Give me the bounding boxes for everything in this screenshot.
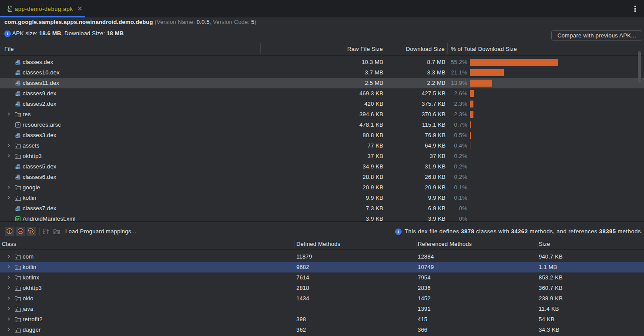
file-name: google [23, 182, 40, 193]
active-tab-indicator [0, 16, 85, 17]
raw-file-size: 469.3 KB [262, 88, 383, 99]
folder-icon [14, 306, 21, 312]
chevron-right-icon[interactable] [6, 141, 11, 151]
class-size: 853.2 KB [539, 272, 563, 283]
column-divider[interactable] [416, 239, 416, 249]
svg-text:?: ? [17, 123, 19, 127]
file-row[interactable]: okhttp337 KB37 KB0.2% [0, 151, 644, 161]
file-row[interactable]: 01classes10.dex3.7 MB3.3 MB21.1% [0, 67, 644, 78]
column-header-download-size[interactable]: Download Size [386, 42, 445, 55]
show-referenced-toggle-button[interactable]: mf [27, 227, 36, 236]
class-row[interactable]: kotlin9682107491.1 MB [0, 262, 644, 272]
column-divider[interactable] [537, 239, 537, 249]
chevron-right-icon[interactable] [6, 262, 11, 272]
chevron-right-icon[interactable] [6, 193, 11, 203]
file-name: classes7.dex [23, 203, 57, 214]
file-row[interactable]: 01classes9.dex469.3 KB427.5 KB2.6% [0, 88, 644, 99]
column-header-size[interactable]: Size [539, 239, 550, 249]
more-vertical-icon[interactable] [632, 4, 638, 13]
file-row[interactable]: MAndroidManifest.xml3.9 KB3.9 KB0% [0, 214, 644, 221]
chevron-right-icon[interactable] [6, 272, 11, 283]
class-name: java [23, 304, 34, 314]
file-row[interactable]: 01classes5.dex34.9 KB31.9 KB0.2% [0, 161, 644, 172]
show-methods-toggle-button[interactable]: m [16, 227, 25, 236]
folder-icon [14, 295, 21, 302]
version-code: 5 [251, 19, 254, 25]
file-row[interactable]: 01classes3.dex80.8 KB76.9 KB0.5% [0, 130, 644, 141]
download-pct-bar [470, 132, 471, 139]
version-mid: , Version Code: [210, 19, 252, 25]
column-header-referenced-methods[interactable]: Referenced Methods [418, 239, 472, 249]
chevron-right-icon[interactable] [6, 283, 11, 293]
chevron-right-icon[interactable] [6, 304, 11, 314]
class-table-header: Class Defined Methods Referenced Methods… [0, 239, 644, 250]
file-row[interactable]: assets77 KB64.9 KB0.4% [0, 141, 644, 151]
column-header-raw-file-size[interactable]: Raw File Size [262, 42, 383, 55]
download-size: 2.2 MB [386, 78, 446, 88]
file-name: classes3.dex [23, 130, 57, 141]
vertical-scrollbar-thumb[interactable] [638, 51, 641, 83]
column-header-defined-methods[interactable]: Defined Methods [296, 239, 340, 249]
dex-file-icon: 01 [14, 132, 21, 139]
download-size: 26.8 KB [386, 172, 446, 182]
column-divider[interactable] [447, 43, 448, 54]
download-pct-bar [470, 101, 473, 108]
dex-summary-text: This dex file defines 3878 classes with … [405, 227, 643, 236]
file-table-header: File Raw File Size Download Size % of To… [0, 42, 644, 56]
pct-of-total: 0.2% [448, 161, 467, 172]
referenced-methods: 1452 [418, 293, 431, 304]
show-fields-toggle-button[interactable]: f [5, 227, 14, 236]
chevron-right-icon[interactable] [6, 151, 11, 161]
res-folder-icon [14, 111, 21, 118]
file-row[interactable]: kotlin9.9 KB9.9 KB0.1% [0, 193, 644, 203]
class-row[interactable]: com1187912884940.7 KB [0, 252, 644, 262]
column-header-pct-of-total[interactable]: % of Total Download Size [451, 42, 517, 55]
pct-of-total: 0% [448, 214, 467, 221]
download-pct-bar [470, 69, 504, 76]
proguard-map-icon[interactable]: a.b [53, 228, 60, 235]
download-size: 427.5 KB [386, 88, 446, 99]
file-row[interactable]: 01classes.dex10.3 MB8.7 MB55.2% [0, 57, 644, 67]
svg-text:m: m [19, 229, 22, 233]
referenced-methods: 12884 [418, 252, 434, 262]
file-name: AndroidManifest.xml [23, 214, 76, 221]
tab-apk-file[interactable]: app-demo-debug.apk [0, 0, 85, 17]
chevron-right-icon[interactable] [6, 109, 11, 120]
file-row[interactable]: 01classes11.dex2.5 MB2.2 MB13.9% [0, 78, 644, 88]
file-row[interactable]: 01classes7.dex7.3 KB6.9 KB0% [0, 203, 644, 214]
class-row[interactable]: dagger36236634.3 KB [0, 325, 644, 335]
class-row[interactable]: kotlinx76147954853.2 KB [0, 272, 644, 283]
column-divider[interactable] [260, 43, 261, 54]
chevron-right-icon[interactable] [6, 314, 11, 325]
class-row[interactable]: okhttp328182836360.7 KB [0, 283, 644, 293]
download-size-label: , Download Size: [61, 30, 107, 37]
file-row[interactable]: 01classes6.dex28.8 KB26.8 KB0.2% [0, 172, 644, 182]
chevron-right-icon[interactable] [6, 325, 11, 335]
column-divider[interactable] [295, 239, 295, 249]
file-name: classes.dex [23, 57, 53, 67]
class-row[interactable]: retrofit239841554 KB [0, 314, 644, 325]
file-row[interactable]: google20.9 KB20.9 KB0.1% [0, 182, 644, 193]
pct-of-total: 0.1% [448, 182, 467, 193]
raw-file-size: 80.8 KB [262, 130, 383, 141]
file-name: classes9.dex [23, 88, 57, 99]
close-icon[interactable] [77, 6, 83, 12]
file-row[interactable]: ?resources.arsc478.1 KB115.1 KB0.7% [0, 120, 644, 130]
file-row[interactable]: 01classes2.dex420 KB375.7 KB2.3% [0, 99, 644, 109]
apk-size-text: APK size: 18.6 MB, Download Size: 18 MB [12, 30, 124, 37]
compare-with-previous-apk-button[interactable]: Compare with previous APK... [551, 30, 642, 40]
column-header-file[interactable]: File [4, 42, 14, 55]
column-divider[interactable] [385, 43, 385, 54]
version-name: 0.0.5 [197, 19, 210, 25]
column-header-class[interactable]: Class [2, 239, 17, 249]
class-size: 360.7 KB [539, 283, 563, 293]
sort-tree-icon[interactable] [43, 228, 50, 235]
chevron-right-icon[interactable] [6, 182, 11, 193]
file-row[interactable]: res394.6 KB370.6 KB2.3% [0, 109, 644, 120]
chevron-right-icon[interactable] [6, 293, 11, 304]
load-proguard-mappings-link[interactable]: Load Proguard mappings... [65, 227, 136, 236]
class-row[interactable]: java139111.4 KB [0, 304, 644, 314]
raw-file-size: 20.9 KB [262, 182, 383, 193]
chevron-right-icon[interactable] [6, 252, 11, 262]
class-row[interactable]: okio14341452238.9 KB [0, 293, 644, 304]
